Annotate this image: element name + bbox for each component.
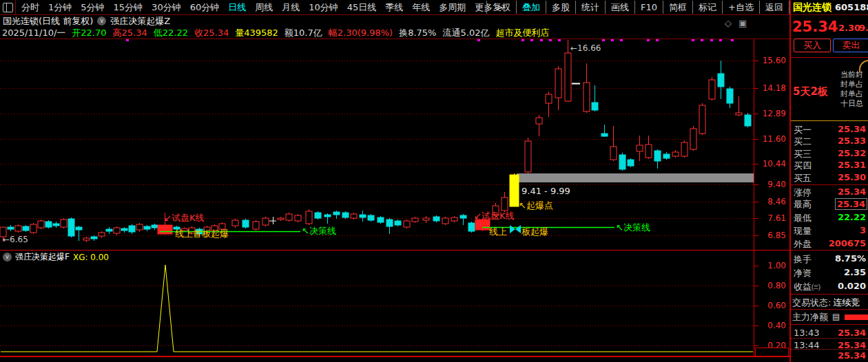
decision-line-label: ↖决策线 — [616, 222, 650, 233]
stat-row: 现量3 — [791, 225, 868, 236]
candle — [232, 220, 238, 226]
corner-box — [755, 348, 789, 356]
bid-level-row[interactable]: 买五25.30 — [791, 172, 868, 183]
candle — [242, 220, 249, 227]
candle — [83, 238, 90, 240]
bid-level-row[interactable]: 买四25.31 — [791, 160, 868, 171]
buy-button[interactable]: 买入 — [794, 39, 831, 52]
gray-band — [517, 173, 754, 182]
board-tag: 5天2板 — [793, 85, 828, 98]
toolbar-action[interactable]: 画线 — [605, 1, 634, 14]
bid-level-row[interactable]: 买一25.34 — [791, 124, 868, 135]
candle — [324, 215, 331, 217]
main-chart-svg[interactable]: 15.6014.1812.8911.6010.449.408.467.616.8… — [0, 39, 790, 250]
axis-label: 15.60 — [763, 56, 786, 65]
period-tab[interactable]: 15分钟 — [114, 1, 143, 14]
period-tab[interactable]: 30分钟 — [152, 1, 181, 14]
diamond-icon[interactable]: ◇ — [725, 18, 732, 28]
stat-value: 2.35 — [844, 267, 866, 277]
toolbar-action[interactable]: 返回 — [759, 1, 789, 14]
candle — [68, 219, 74, 236]
tick-price: 25.34 — [838, 350, 866, 361]
panel-icon[interactable]: ▣ — [738, 18, 747, 28]
signal-dot — [701, 39, 703, 41]
candle — [718, 74, 724, 87]
candle — [699, 105, 705, 134]
candle — [468, 223, 475, 231]
info-segment: 2025/11/10/一 — [2, 27, 65, 38]
level-price: 25.31 — [838, 160, 866, 170]
candle — [114, 228, 120, 233]
chart-annotation: 板起爆 — [521, 226, 548, 237]
chart-annotation: ↖起爆点 — [519, 200, 553, 211]
signal-dot — [647, 39, 650, 41]
level-label: 买五 — [794, 172, 812, 184]
divider — [791, 57, 868, 58]
stat-row: 涨停25.34 — [791, 187, 868, 198]
candle — [368, 215, 374, 220]
period-tab[interactable]: 周线 — [255, 1, 273, 14]
chart-annotation: 线上 — [489, 226, 507, 237]
candle — [736, 113, 742, 115]
trade-status-label: 交易状态: — [792, 297, 831, 308]
candle — [121, 228, 127, 231]
candle — [619, 155, 626, 169]
level-label: 买三 — [794, 148, 812, 160]
xg-signal-line — [1, 265, 753, 352]
axis-label: 0.60 — [767, 301, 786, 310]
candle — [412, 218, 418, 222]
divider — [791, 309, 868, 310]
info-segment: 超市及便利店 — [495, 27, 549, 38]
candle — [601, 134, 608, 136]
toolbar-action[interactable]: 简框 — [663, 1, 692, 14]
candle — [253, 222, 259, 229]
list-icon[interactable]: ▤ — [832, 312, 840, 321]
stock-code: 605188 — [835, 2, 868, 12]
main-flow-label: 主力净额 — [792, 311, 828, 323]
axis-label: 14.18 — [763, 83, 786, 93]
candle — [433, 217, 440, 221]
period-tab[interactable]: 多周期 — [439, 1, 466, 14]
info-segment: 幅2.30(9.98%) — [329, 27, 393, 38]
toolbar-action[interactable]: +自选 — [722, 1, 759, 14]
period-tab[interactable]: 10分钟 — [309, 1, 338, 14]
period-tab[interactable]: 日线 — [228, 1, 246, 14]
level-price: 25.33 — [838, 136, 866, 146]
candle — [144, 226, 150, 229]
level-price: 25.34 — [838, 124, 866, 134]
stat-value: 0.020 — [838, 281, 866, 291]
divider — [791, 338, 868, 339]
xg-chart-svg[interactable]: 1.000.800.600.400.20 — [0, 250, 790, 356]
period-tab[interactable]: 1分钟 — [48, 1, 72, 14]
toolbar-action[interactable]: 标记 — [692, 1, 722, 14]
bid-level-row[interactable]: 买三25.32 — [791, 148, 868, 159]
period-tab[interactable]: 月线 — [282, 1, 300, 14]
toolbar-action[interactable]: 叠加 — [516, 1, 546, 14]
signal-dot — [719, 39, 722, 41]
toolbar-action[interactable]: 统计 — [575, 1, 605, 14]
chart-title-row: 国光连锁(日线 前复权) ∨ 强庄决策起爆Z — [3, 16, 170, 26]
signal-dot — [558, 39, 561, 41]
stock-info-row: 2025/11/10/一开22.70高25.34低22.22收25.34量439… — [2, 27, 549, 38]
bid-level-row[interactable]: 买二25.33 — [791, 136, 868, 147]
stat-value: 25.34 — [835, 198, 867, 210]
stat-value: 200675 — [829, 238, 866, 248]
period-tab[interactable]: 45日线 — [347, 1, 377, 14]
toolbar-action[interactable]: 复权 — [486, 1, 516, 14]
period-tab[interactable]: 年线 — [412, 1, 430, 14]
axis-label: 6.85 — [767, 231, 786, 240]
signal-dot — [126, 39, 129, 41]
stock-name: 国光连锁 — [793, 1, 831, 12]
period-tab[interactable]: 季线 — [385, 1, 403, 14]
period-tab[interactable]: 分时 — [21, 1, 39, 14]
period-tab[interactable]: 60分钟 — [190, 1, 220, 14]
toolbar-action[interactable]: 多股 — [546, 1, 575, 14]
candle — [451, 217, 457, 221]
toolbar-action[interactable]: F10 — [634, 1, 663, 14]
sell-button[interactable]: 卖出 — [833, 39, 868, 52]
stat-value: 3 — [860, 225, 866, 235]
top-toolbar: 分时1分钟5分钟15分钟30分钟60分钟日线周线月线10分钟45日线季线年线多周… — [0, 0, 790, 14]
panel-toggle-icon[interactable] — [3, 3, 13, 12]
period-tab[interactable]: 5分钟 — [81, 1, 104, 14]
indicator-collapse-icon[interactable]: ∨ — [97, 17, 106, 25]
